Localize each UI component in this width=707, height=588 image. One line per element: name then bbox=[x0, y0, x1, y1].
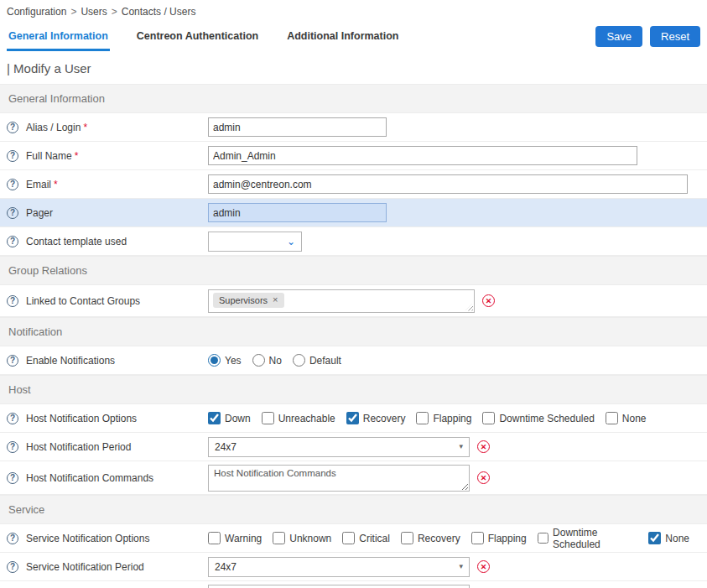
help-icon[interactable]: ? bbox=[7, 179, 18, 190]
checkbox-service-critical[interactable]: Critical bbox=[342, 532, 390, 544]
checkbox-host-downtime-scheduled-input[interactable] bbox=[482, 412, 495, 424]
caret-down-icon: ▾ bbox=[459, 443, 463, 450]
radio-no-input[interactable] bbox=[252, 354, 265, 367]
help-icon[interactable]: ? bbox=[7, 150, 18, 162]
help-icon[interactable]: ? bbox=[7, 441, 18, 453]
help-icon[interactable]: ? bbox=[7, 533, 18, 544]
checkbox-service-recovery[interactable]: Recovery bbox=[401, 532, 460, 544]
checkbox-service-critical-input[interactable] bbox=[342, 532, 355, 544]
checkbox-label: Flapping bbox=[433, 413, 471, 424]
save-button[interactable]: Save bbox=[595, 26, 642, 47]
checkbox-host-flapping[interactable]: Flapping bbox=[416, 412, 471, 424]
checkbox-service-none-input[interactable] bbox=[648, 532, 661, 544]
checkbox-service-flapping-input[interactable] bbox=[471, 532, 484, 544]
checkbox-service-downtime-scheduled[interactable]: Downtime Scheduled bbox=[538, 527, 638, 550]
checkbox-host-down[interactable]: Down bbox=[208, 412, 251, 424]
reset-button[interactable]: Reset bbox=[650, 26, 700, 47]
section-header-host: Host bbox=[0, 375, 707, 404]
tab-centreon-authentication[interactable]: Centreon Authentication bbox=[135, 22, 260, 51]
help-icon[interactable]: ? bbox=[7, 295, 18, 307]
row-contact-template: ? Contact template used ⌄ bbox=[0, 227, 707, 256]
resize-grip-icon[interactable] bbox=[465, 304, 473, 311]
row-label: ? Email* bbox=[7, 179, 208, 190]
breadcrumb-contacts-users[interactable]: Contacts / Users bbox=[122, 6, 196, 18]
help-icon[interactable]: ? bbox=[7, 355, 18, 367]
breadcrumb-users[interactable]: Users bbox=[81, 6, 107, 18]
contact-groups-input[interactable]: Supervisors × bbox=[208, 289, 475, 313]
help-icon[interactable]: ? bbox=[7, 236, 18, 247]
checkbox-host-down-input[interactable] bbox=[208, 412, 221, 424]
chevron-down-icon: ⌄ bbox=[287, 237, 295, 247]
row-host-notification-commands: ? Host Notification Commands ✕ bbox=[0, 461, 707, 495]
row-label: ? Full Name* bbox=[7, 150, 208, 162]
checkbox-host-recovery-input[interactable] bbox=[346, 412, 359, 424]
email-input[interactable] bbox=[208, 174, 688, 194]
page-title: | Modify a User bbox=[0, 51, 707, 84]
service-notification-period-select[interactable]: 24x7 ▾ bbox=[208, 557, 470, 577]
checkbox-service-recovery-input[interactable] bbox=[401, 532, 413, 544]
enable-notifications-label: Enable Notifications bbox=[26, 355, 115, 367]
checkbox-service-unknown-input[interactable] bbox=[273, 532, 285, 544]
checkbox-service-warning-input[interactable] bbox=[208, 532, 221, 544]
breadcrumb-configuration[interactable]: Configuration bbox=[7, 6, 66, 18]
required-marker: * bbox=[75, 150, 79, 162]
checkbox-service-warning[interactable]: Warning bbox=[208, 532, 262, 544]
row-label: ? Service Notification Period bbox=[7, 561, 208, 573]
help-icon[interactable]: ? bbox=[7, 561, 18, 573]
tab-bar: General Information Centreon Authenticat… bbox=[0, 21, 707, 51]
alias-login-input[interactable] bbox=[208, 117, 387, 137]
radio-yes[interactable]: Yes bbox=[208, 354, 242, 367]
radio-default-input[interactable] bbox=[293, 354, 305, 367]
pager-input[interactable] bbox=[208, 203, 387, 222]
email-label: Email* bbox=[26, 179, 58, 190]
checkbox-service-unknown[interactable]: Unknown bbox=[273, 532, 331, 544]
checkbox-host-unreachable-input[interactable] bbox=[262, 412, 274, 424]
checkbox-label: Recovery bbox=[363, 413, 406, 424]
breadcrumb-separator: > bbox=[112, 6, 117, 18]
checkbox-host-recovery[interactable]: Recovery bbox=[346, 412, 406, 424]
checkbox-host-downtime-scheduled[interactable]: Downtime Scheduled bbox=[482, 412, 594, 424]
checkbox-host-unreachable[interactable]: Unreachable bbox=[262, 412, 335, 424]
help-icon[interactable]: ? bbox=[7, 122, 18, 133]
row-host-notification-options: ? Host Notification Options Down Unreach… bbox=[0, 404, 707, 433]
radio-no[interactable]: No bbox=[252, 354, 282, 367]
tab-general-information[interactable]: General Information bbox=[7, 22, 110, 51]
full-name-input[interactable] bbox=[208, 146, 637, 165]
action-buttons: Save Reset bbox=[595, 26, 700, 47]
contact-template-select[interactable]: ⌄ bbox=[208, 232, 302, 252]
radio-yes-input[interactable] bbox=[208, 354, 221, 367]
checkbox-service-none[interactable]: None bbox=[648, 532, 689, 544]
field-wrap: ✕ bbox=[208, 585, 490, 588]
chip-remove-icon[interactable]: × bbox=[273, 295, 278, 304]
row-service-notification-period: ? Service Notification Period 24x7 ▾ ✕ bbox=[0, 553, 707, 581]
tab-additional-information[interactable]: Additional Information bbox=[285, 22, 400, 51]
host-notification-commands-input[interactable] bbox=[208, 465, 470, 492]
row-service-notification-options: ? Service Notification Options Warning U… bbox=[0, 524, 707, 553]
checkbox-host-flapping-input[interactable] bbox=[416, 412, 429, 424]
help-icon[interactable]: ? bbox=[7, 207, 18, 219]
clear-field-icon[interactable]: ✕ bbox=[477, 560, 490, 573]
clear-field-icon[interactable]: ✕ bbox=[477, 440, 490, 453]
host-notification-commands-label: Host Notification Commands bbox=[26, 472, 153, 484]
checkbox-host-none[interactable]: None bbox=[606, 412, 647, 424]
row-label: ? Host Notification Options bbox=[7, 413, 208, 424]
help-icon[interactable]: ? bbox=[7, 413, 18, 424]
row-linked-contact-groups: ? Linked to Contact Groups Supervisors ×… bbox=[0, 285, 707, 317]
host-notification-period-select[interactable]: 24x7 ▾ bbox=[208, 437, 470, 457]
chip-supervisors: Supervisors × bbox=[213, 293, 284, 308]
help-icon[interactable]: ? bbox=[7, 472, 18, 484]
checkbox-label: Down bbox=[225, 413, 251, 424]
checkbox-host-none-input[interactable] bbox=[606, 412, 618, 424]
checkbox-label: Downtime Scheduled bbox=[553, 527, 637, 550]
checkbox-service-flapping[interactable]: Flapping bbox=[471, 532, 527, 544]
clear-field-icon[interactable]: ✕ bbox=[482, 294, 495, 307]
checkbox-label: Warning bbox=[225, 533, 262, 544]
clear-field-icon[interactable]: ✕ bbox=[477, 471, 490, 484]
linked-contact-groups-label: Linked to Contact Groups bbox=[26, 295, 140, 307]
radio-default[interactable]: Default bbox=[293, 354, 341, 367]
checkbox-service-downtime-scheduled-input[interactable] bbox=[538, 532, 548, 544]
row-alias-login: ? Alias / Login* bbox=[0, 113, 707, 142]
host-notification-options-label: Host Notification Options bbox=[26, 413, 137, 424]
checkbox-label: Unknown bbox=[289, 533, 331, 544]
service-notification-commands-input[interactable] bbox=[208, 585, 470, 588]
